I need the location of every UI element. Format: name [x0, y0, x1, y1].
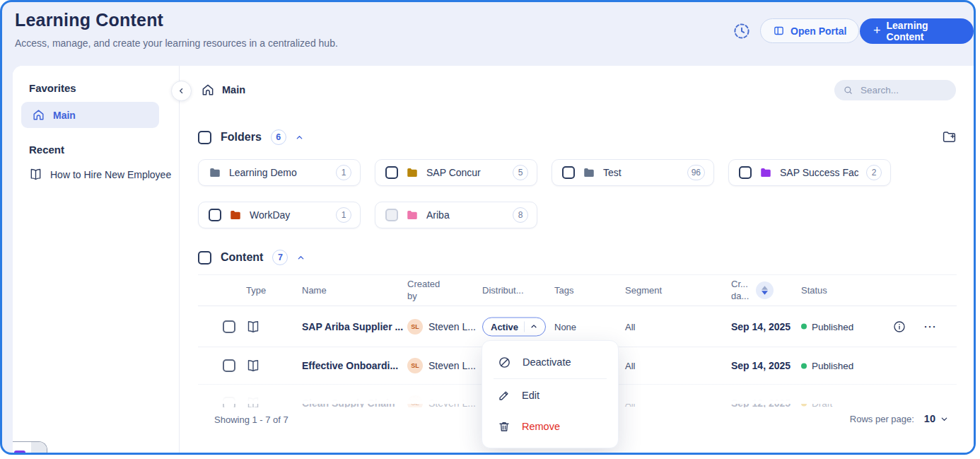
search-box[interactable]: [834, 80, 956, 100]
menu-divider: [494, 378, 607, 379]
column-header-name[interactable]: Name: [302, 284, 327, 297]
sort-icon[interactable]: [756, 281, 774, 299]
rows-per-page-value: 10: [924, 413, 935, 424]
menu-item-label: Deactivate: [523, 356, 571, 368]
creator-name: Steven L...: [428, 360, 476, 371]
content-collapse-icon[interactable]: [297, 254, 305, 262]
folder-card-learning-demo[interactable]: Learning Demo 1: [198, 159, 361, 186]
menu-item-remove[interactable]: Remove: [482, 411, 618, 442]
folders-section-header: Folders 6: [198, 129, 303, 145]
breadcrumb[interactable]: Main: [201, 83, 245, 97]
folder-icon: [229, 209, 242, 221]
info-icon[interactable]: [892, 320, 906, 334]
folder-count-badge: 96: [687, 165, 705, 180]
sidebar-recent-item[interactable]: How to Hire New Employee: [29, 168, 171, 181]
menu-item-deactivate[interactable]: Deactivate: [482, 347, 618, 378]
folder-icon: [759, 166, 772, 179]
column-header-status[interactable]: Status: [801, 284, 827, 297]
row-tags: None: [554, 321, 576, 332]
folder-count-badge: 2: [866, 165, 882, 180]
folders-heading: Folders: [221, 131, 262, 144]
folder-card-sap-success-factors[interactable]: SAP Success Fact... 2: [728, 159, 891, 186]
folder-card-workday[interactable]: WorkDay 1: [198, 202, 361, 228]
row-name[interactable]: SAP Ariba Supplier ...: [302, 321, 403, 332]
recent-heading: Recent: [29, 144, 64, 156]
table-header-row: Type Name Created by Distribut... Tags S…: [198, 274, 957, 306]
sidebar-item-main-label: Main: [53, 110, 76, 121]
row-created-date: Sep 12, 2025: [731, 397, 791, 407]
sort-down-icon: [762, 291, 768, 295]
row-segment: All: [625, 361, 635, 371]
row-segment: All: [625, 321, 635, 332]
row-status: Draft: [801, 398, 832, 408]
folder-checkbox[interactable]: [562, 166, 575, 179]
book-icon: [29, 168, 42, 181]
status-label: Draft: [812, 398, 832, 408]
minimized-widget[interactable]: [13, 441, 47, 455]
row-name[interactable]: Effective Onboardi...: [302, 360, 398, 371]
sidebar-collapse-button[interactable]: [171, 81, 192, 101]
search-input[interactable]: [859, 84, 943, 96]
history-icon[interactable]: [731, 21, 752, 42]
row-segment: All: [625, 398, 635, 408]
avatar: SL: [407, 358, 423, 373]
folder-card-sap-concur[interactable]: SAP Concur 5: [375, 159, 537, 186]
panel-icon: [773, 25, 785, 37]
folders-collapse-icon[interactable]: [296, 134, 303, 141]
status-dot: [801, 363, 807, 368]
menu-item-edit[interactable]: Edit: [482, 380, 618, 411]
content-select-all-checkbox[interactable]: [198, 251, 211, 265]
folder-count-badge: 1: [336, 165, 351, 180]
folders-select-all-checkbox[interactable]: [198, 131, 211, 144]
open-portal-label: Open Portal: [791, 25, 846, 37]
rows-per-page-label: Rows per page:: [850, 414, 914, 424]
status-label: Published: [812, 321, 853, 332]
folder-count-badge: 1: [336, 207, 351, 223]
row-created-date: Sep 14, 2025: [731, 321, 791, 332]
home-icon: [201, 83, 215, 97]
sort-up-icon: [762, 286, 768, 290]
folder-checkbox[interactable]: [385, 166, 398, 179]
avatar: SL: [407, 395, 423, 407]
folders-count-badge: 6: [271, 129, 286, 145]
app-window: Learning Content Access, manage, and cre…: [0, 0, 976, 455]
column-header-type[interactable]: Type: [246, 284, 266, 297]
row-checkbox[interactable]: [223, 320, 235, 333]
distribution-status-dropdown[interactable]: Active: [482, 317, 546, 336]
creator-name: Steven L...: [428, 321, 476, 332]
content-type-book-icon: [246, 396, 260, 407]
row-checkbox[interactable]: [223, 359, 235, 372]
column-header-created-by[interactable]: Created by: [407, 278, 446, 303]
row-name[interactable]: Clean Supply Chain: [302, 397, 395, 407]
open-portal-button[interactable]: Open Portal: [760, 18, 859, 43]
status-dot: [801, 400, 807, 406]
folder-checkbox[interactable]: [209, 209, 221, 221]
folder-checkbox[interactable]: [385, 209, 398, 221]
home-icon: [32, 108, 45, 122]
deactivate-icon: [498, 356, 511, 369]
page-title: Learning Content: [15, 10, 163, 30]
page-subtitle: Access, manage, and create your learning…: [15, 37, 338, 49]
column-header-segment[interactable]: Segment: [625, 284, 662, 297]
folder-checkbox[interactable]: [739, 166, 752, 179]
avatar: SL: [407, 319, 423, 335]
column-header-tags[interactable]: Tags: [554, 284, 573, 297]
column-header-created-date[interactable]: Cr... da...: [731, 278, 757, 303]
folder-card-test[interactable]: Test 96: [552, 159, 714, 186]
rows-per-page-select[interactable]: 10: [924, 413, 948, 424]
breadcrumb-label: Main: [222, 84, 245, 95]
row-actions-ellipsis-icon[interactable]: ⋯: [923, 319, 937, 335]
edit-pencil-icon: [498, 389, 511, 402]
sidebar-recent-item-label: How to Hire New Employee: [50, 169, 171, 180]
new-learning-content-button[interactable]: + Learning Content: [860, 18, 974, 44]
folder-count-badge: 5: [513, 165, 528, 180]
new-folder-icon[interactable]: [942, 129, 957, 144]
content-type-book-icon: [246, 359, 260, 373]
chevron-up-icon: [530, 323, 537, 330]
creator-name: Steven L...: [428, 397, 476, 407]
row-checkbox[interactable]: [223, 397, 235, 407]
folder-card-ariba[interactable]: Ariba 8: [375, 202, 537, 228]
column-header-distribution[interactable]: Distribut...: [482, 284, 524, 297]
folder-name: Test: [603, 167, 679, 178]
sidebar-item-main[interactable]: Main: [21, 102, 159, 128]
